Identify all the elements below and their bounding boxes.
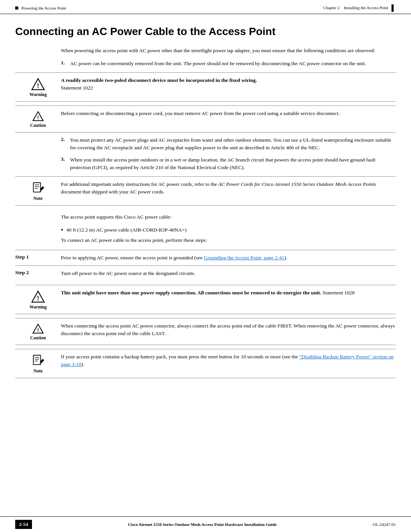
steps-intro: To connect an AC power cable to the acce…	[61, 236, 396, 244]
step-2-content: Turn off power to the AC power source at…	[61, 270, 396, 277]
page-number: 2-54	[15, 520, 32, 529]
header-left: Powering the Access Point	[15, 6, 66, 10]
caution-1-icon-col: ! Caution	[15, 110, 61, 128]
note-2-text-before: If your access point contains a backup b…	[61, 354, 299, 359]
page-title: Connecting an AC Power Cable to the Acce…	[15, 26, 396, 38]
numbered-item-1: 1. AC power can be conveniently removed …	[61, 60, 396, 67]
caution-2-icon-col: ! Caution	[15, 322, 61, 341]
num-text-1: AC power can be conveniently removed fro…	[70, 60, 396, 67]
svg-text:!: !	[37, 82, 39, 89]
svg-line-19	[40, 364, 41, 364]
bullet-item: • 40 ft (12.2 m) AC power cable (AIR-COR…	[61, 226, 396, 235]
svg-line-9	[40, 191, 41, 191]
header-square-icon	[15, 6, 18, 10]
note-2-content: If your access point contains a backup b…	[61, 353, 396, 369]
page-header: Powering the Access Point Chapter 2 Inst…	[0, 0, 411, 14]
num-text-2: You must protect any AC power plugs and …	[70, 136, 396, 152]
header-chapter: Chapter 2	[323, 5, 339, 10]
warning-2-bold: This unit might have more than one power…	[61, 290, 321, 296]
step-1-link[interactable]: Grounding the Access Point, page 2-41	[204, 255, 284, 260]
caution-2: ! Caution When connecting the access poi…	[15, 318, 396, 345]
warning-2-content: This unit might have more than one power…	[61, 289, 396, 297]
note-2-pencil-icon	[31, 354, 45, 367]
caution-2-triangle-icon: !	[32, 323, 44, 334]
step-1-text-before: Prior to applying AC power, ensure the a…	[61, 255, 204, 260]
caution-1-label: Caution	[30, 123, 46, 128]
caution-2-label: Caution	[30, 335, 46, 341]
numbered-item-2: 2. You must protect any AC power plugs a…	[61, 136, 396, 152]
step-1-label: Step 1	[15, 254, 61, 260]
note-1-icon-col: Note	[15, 181, 61, 201]
note-1-italic: AC Power Cords for Cisco Aironet 1550 Se…	[218, 181, 376, 187]
header-bar-icon: ▌	[392, 5, 396, 11]
note-2-icon-col: Note	[15, 353, 61, 374]
main-content: Connecting an AC Power Cable to the Acce…	[0, 14, 411, 405]
warning-2-icon-col: ! Warning	[15, 289, 61, 310]
warning-2-subtext: Statement 1028	[322, 290, 354, 296]
caution-2-content: When connecting the access point AC powe…	[61, 322, 396, 338]
warning-1-content: A readily accessible two-poled disconnec…	[61, 77, 396, 92]
warning-2-triangle-icon: !	[31, 290, 45, 304]
header-right: Chapter 2 Installing the Access Point ▌	[323, 5, 396, 11]
warning-1-label: Warning	[29, 92, 46, 97]
num-label-3: 3.	[61, 156, 70, 172]
caution-1: ! Caution Before connecting or disconnec…	[15, 105, 396, 133]
header-section: Powering the Access Point	[21, 6, 66, 10]
num-text-3: When you install the access point outdoo…	[70, 156, 396, 172]
warning-1: ! Warning A readily accessible two-poled…	[15, 72, 396, 102]
note-pencil-icon	[31, 181, 45, 195]
note-1: Note For additional important safety ins…	[15, 176, 396, 206]
footer-doc-number: OL-24247-01	[373, 522, 396, 527]
svg-text:!: !	[37, 295, 39, 302]
bullet-text: 40 ft (12.2 m) AC power cable (AIR-CORD-…	[66, 226, 186, 235]
footer-title: Cisco Aironet 1550 Series Outdoor Mesh A…	[128, 522, 277, 527]
svg-text:!: !	[37, 327, 39, 333]
caution-triangle-icon: !	[32, 110, 44, 122]
svg-rect-14	[33, 355, 41, 365]
note-2-label: Note	[33, 368, 43, 374]
step-1-text-after: ).	[284, 255, 287, 260]
num-label-2: 2.	[61, 136, 70, 152]
note-1-text-before: For additional important safety instruct…	[61, 181, 218, 187]
note-2: Note If your access point contains a bac…	[15, 349, 396, 378]
warning-triangle-icon: !	[31, 77, 45, 91]
num-label-1: 1.	[61, 60, 70, 67]
note-1-label: Note	[33, 196, 43, 201]
warning-1-icon-col: ! Warning	[15, 77, 61, 97]
svg-text:!: !	[37, 115, 39, 120]
supports-text: The access point supports this Cisco AC …	[61, 213, 396, 221]
warning-1-subtext: Statement 1022	[61, 85, 93, 91]
intro-paragraph: When powering the access point with AC p…	[61, 47, 396, 54]
note-1-content: For additional important safety instruct…	[61, 181, 396, 196]
page-footer: 2-54 Cisco Aironet 1550 Series Outdoor M…	[0, 516, 411, 532]
note-1-text-after: document that shipped with your AC power…	[61, 189, 164, 195]
header-chapter-title: Installing the Access Point	[344, 5, 388, 10]
warning-2: ! Warning This unit might have more than…	[15, 285, 396, 314]
step-1-row: Step 1 Prior to applying AC power, ensur…	[15, 250, 396, 265]
warning-1-bold: A readily accessible two-poled disconnec…	[61, 77, 257, 83]
step-2-row: Step 2 Turn off power to the AC power so…	[15, 265, 396, 281]
numbered-item-3: 3. When you install the access point out…	[61, 156, 396, 172]
note-2-text-after: ).	[81, 361, 84, 367]
step-2-label: Step 2	[15, 270, 61, 276]
bullet-dot: •	[61, 226, 63, 235]
warning-2-label: Warning	[29, 304, 46, 310]
svg-rect-4	[33, 182, 41, 192]
caution-1-content: Before connecting or disconnecting a pow…	[61, 110, 396, 117]
step-1-content: Prior to applying AC power, ensure the a…	[61, 254, 396, 262]
